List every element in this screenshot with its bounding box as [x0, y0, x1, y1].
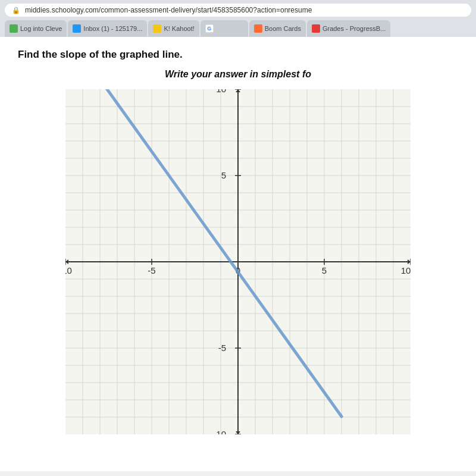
tab-google[interactable]: G — [201, 20, 248, 37]
tab-icon-red — [312, 24, 320, 33]
address-bar: 🔒 middies.schoology.com/common-assessmen… — [5, 4, 471, 17]
tab-inbox[interactable]: Inbox (1) - 125179... — [68, 20, 147, 37]
graph-container: -10 -5 0 5 10 10 5 -5 -10 — [65, 89, 411, 434]
lock-icon: 🔒 — [12, 7, 20, 14]
write-instruction: Write your answer in simplest fo — [18, 69, 458, 80]
tab-label: K! Kahoot! — [164, 25, 194, 32]
svg-text:10: 10 — [216, 89, 226, 94]
tab-kahoot[interactable]: K! Kahoot! — [148, 20, 199, 37]
tab-icon-yellow — [153, 24, 161, 33]
svg-text:-10: -10 — [65, 265, 72, 275]
tab-log-into-cleve[interactable]: Log into Cleve — [5, 20, 67, 37]
tab-icon-google: G — [205, 24, 214, 33]
url-text: middies.schoology.com/common-assessment-… — [25, 6, 312, 14]
tab-icon-blue — [73, 24, 81, 33]
tab-icon-orange — [254, 24, 262, 33]
tab-label: Boom Cards — [265, 25, 301, 32]
svg-text:-5: -5 — [148, 265, 155, 275]
tab-label: Inbox (1) - 125179... — [83, 25, 142, 32]
tabs-bar: Log into Cleve Inbox (1) - 125179... K! … — [5, 20, 471, 37]
svg-text:-10: -10 — [213, 429, 226, 434]
page-content: Find the slope of the graphed line. Writ… — [0, 37, 476, 471]
question-title: Find the slope of the graphed line. — [18, 49, 458, 61]
browser-chrome: 🔒 middies.schoology.com/common-assessmen… — [0, 0, 476, 37]
tab-label: Grades - ProgressB... — [322, 25, 386, 32]
svg-text:10: 10 — [401, 265, 411, 275]
svg-text:5: 5 — [221, 170, 226, 180]
tab-boom-cards[interactable]: Boom Cards — [249, 20, 306, 37]
coordinate-graph: -10 -5 0 5 10 10 5 -5 -10 — [65, 89, 411, 434]
svg-text:-5: -5 — [218, 343, 226, 353]
tab-label: Log into Cleve — [20, 25, 62, 32]
svg-text:5: 5 — [322, 265, 327, 275]
tab-icon-green — [10, 24, 18, 33]
tab-grades[interactable]: Grades - ProgressB... — [307, 20, 390, 37]
